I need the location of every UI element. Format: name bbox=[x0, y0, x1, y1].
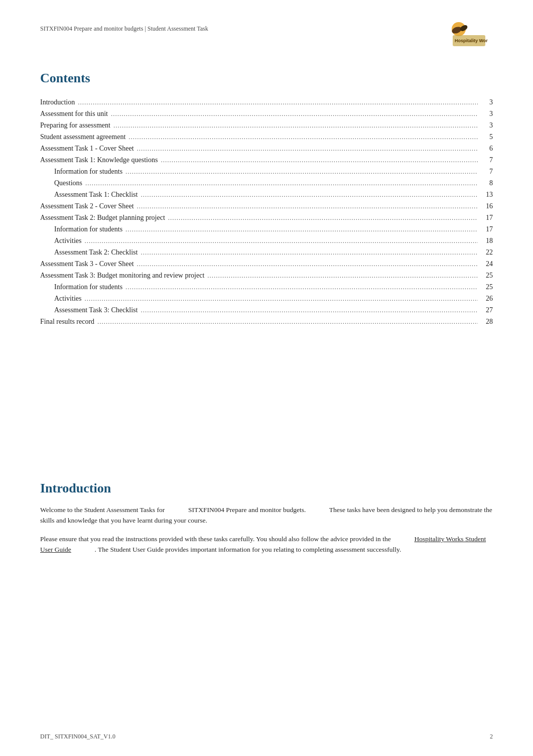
toc-row: Final results record....................… bbox=[40, 316, 493, 327]
toc-row: Assessment Task 2: Checklist............… bbox=[40, 247, 493, 258]
toc-dots: ........................................… bbox=[84, 294, 478, 304]
toc-dots: ........................................… bbox=[141, 190, 478, 200]
toc-page-number: 13 bbox=[481, 189, 493, 200]
toc-page-number: 18 bbox=[481, 235, 493, 246]
toc-dots: ........................................… bbox=[207, 271, 478, 281]
svg-text:Hospitality Works: Hospitality Works bbox=[455, 38, 488, 43]
toc-label: Assessment Task 2: Budget planning proje… bbox=[40, 212, 165, 223]
toc-label: Information for students bbox=[40, 224, 122, 234]
intro-paragraph-2: Please ensure that you read the instruct… bbox=[40, 534, 493, 555]
toc-page-number: 3 bbox=[481, 97, 493, 107]
toc-page-number: 17 bbox=[481, 212, 493, 223]
toc-page-number: 17 bbox=[481, 224, 493, 234]
header-title: SITXFIN004 Prepare and monitor budgets |… bbox=[40, 20, 208, 33]
toc-page-number: 7 bbox=[481, 166, 493, 177]
toc-label: Assessment for this unit bbox=[40, 108, 108, 119]
toc-dots: ........................................… bbox=[141, 305, 478, 315]
page-footer: DIT_ SITXFIN004_SAT_V1.0 2 bbox=[40, 732, 493, 741]
intro-paragraph-1: Welcome to the Student Assessment Tasks … bbox=[40, 505, 493, 526]
toc-row: Assessment Task 1 - Cover Sheet.........… bbox=[40, 143, 493, 154]
intro-p1-part1: Welcome to the Student Assessment Tasks … bbox=[40, 506, 165, 514]
intro-p1-part2: SITXFIN004 Prepare and monitor budgets. bbox=[188, 506, 306, 514]
toc-row: Activities..............................… bbox=[40, 235, 493, 246]
intro-heading: Introduction bbox=[40, 478, 493, 498]
toc-label: Assessment Task 3: Checklist bbox=[40, 305, 138, 315]
toc-dots: ........................................… bbox=[111, 109, 478, 119]
toc-row: Assessment Task 1: Checklist............… bbox=[40, 189, 493, 200]
toc-label: Questions bbox=[40, 178, 82, 188]
toc-row: Assessment Task 3: Budget monitoring and… bbox=[40, 270, 493, 281]
toc-page-number: 26 bbox=[481, 293, 493, 304]
toc-label: Assessment Task 2: Checklist bbox=[40, 247, 138, 258]
contents-section: Contents Introduction...................… bbox=[40, 68, 493, 327]
toc-dots: ........................................… bbox=[128, 132, 478, 142]
section-spacer bbox=[40, 328, 493, 478]
toc-label: Activities bbox=[40, 235, 81, 246]
footer-left: DIT_ SITXFIN004_SAT_V1.0 bbox=[40, 732, 115, 741]
toc-dots: ........................................… bbox=[125, 224, 478, 234]
toc-dots: ........................................… bbox=[137, 259, 478, 269]
toc-row: Assessment Task 2 - Cover Sheet.........… bbox=[40, 201, 493, 211]
toc-dots: ........................................… bbox=[141, 247, 478, 258]
toc-dots: ........................................… bbox=[78, 97, 478, 107]
toc-row: Information for students................… bbox=[40, 282, 493, 292]
toc-page-number: 22 bbox=[481, 247, 493, 258]
toc-page-number: 16 bbox=[481, 201, 493, 211]
toc-label: Assessment Task 2 - Cover Sheet bbox=[40, 201, 134, 211]
toc-label: Assessment Task 1 - Cover Sheet bbox=[40, 143, 134, 154]
toc-page-number: 8 bbox=[481, 178, 493, 188]
toc-page-number: 28 bbox=[481, 316, 493, 327]
toc-label: Assessment Task 3: Budget monitoring and… bbox=[40, 270, 204, 281]
toc-dots: ........................................… bbox=[85, 178, 478, 188]
toc-label: Activities bbox=[40, 293, 81, 304]
toc-dots: ........................................… bbox=[125, 167, 478, 177]
toc-page-number: 24 bbox=[481, 259, 493, 269]
intro-p2-part1: Please ensure that you read the instruct… bbox=[40, 535, 391, 543]
toc-label: Student assessment agreement bbox=[40, 132, 125, 142]
intro-p2-gap bbox=[392, 534, 413, 545]
toc-label: Preparing for assessment bbox=[40, 120, 110, 131]
toc-list: Introduction............................… bbox=[40, 97, 493, 327]
contents-heading: Contents bbox=[40, 68, 493, 88]
toc-page-number: 3 bbox=[481, 120, 493, 131]
toc-row: Student assessment agreement............… bbox=[40, 132, 493, 142]
toc-dots: ........................................… bbox=[137, 201, 478, 211]
toc-label: Information for students bbox=[40, 282, 122, 292]
page-header: SITXFIN004 Prepare and monitor budgets |… bbox=[40, 20, 493, 50]
toc-row: Assessment Task 1: Knowledge questions..… bbox=[40, 155, 493, 165]
toc-label: Assessment Task 3 - Cover Sheet bbox=[40, 259, 134, 269]
toc-label: Assessment Task 1: Checklist bbox=[40, 189, 138, 200]
toc-page-number: 7 bbox=[481, 155, 493, 165]
toc-row: Questions...............................… bbox=[40, 178, 493, 188]
toc-dots: ........................................… bbox=[137, 144, 478, 154]
toc-row: Assessment for this unit................… bbox=[40, 108, 493, 119]
toc-dots: ........................................… bbox=[125, 282, 478, 292]
toc-page-number: 27 bbox=[481, 305, 493, 315]
logo: Hospitality Works bbox=[433, 20, 493, 50]
toc-dots: ........................................… bbox=[113, 120, 478, 131]
toc-label: Assessment Task 1: Knowledge questions bbox=[40, 155, 158, 165]
toc-dots: ........................................… bbox=[84, 236, 478, 246]
toc-dots: ........................................… bbox=[161, 155, 478, 165]
toc-label: Information for students bbox=[40, 166, 122, 177]
toc-page-number: 6 bbox=[481, 143, 493, 154]
toc-page-number: 5 bbox=[481, 132, 493, 142]
introduction-section: Introduction Welcome to the Student Asse… bbox=[40, 478, 493, 555]
toc-row: Preparing for assessment................… bbox=[40, 120, 493, 131]
toc-dots: ........................................… bbox=[168, 213, 478, 223]
toc-row: Introduction............................… bbox=[40, 97, 493, 107]
toc-row: Assessment Task 2: Budget planning proje… bbox=[40, 212, 493, 223]
toc-dots: ........................................… bbox=[97, 317, 478, 327]
intro-p2-gap2 bbox=[73, 545, 93, 555]
toc-row: Assessment Task 3 - Cover Sheet.........… bbox=[40, 259, 493, 269]
toc-page-number: 25 bbox=[481, 270, 493, 281]
toc-row: Assessment Task 3: Checklist............… bbox=[40, 305, 493, 315]
toc-row: Activities..............................… bbox=[40, 293, 493, 304]
toc-page-number: 25 bbox=[481, 282, 493, 292]
page: SITXFIN004 Prepare and monitor budgets |… bbox=[0, 0, 533, 756]
toc-label: Introduction bbox=[40, 97, 75, 107]
toc-row: Information for students................… bbox=[40, 224, 493, 234]
toc-label: Final results record bbox=[40, 316, 94, 327]
intro-p1-gap2 bbox=[308, 505, 328, 516]
logo-image: Hospitality Works bbox=[433, 20, 488, 49]
